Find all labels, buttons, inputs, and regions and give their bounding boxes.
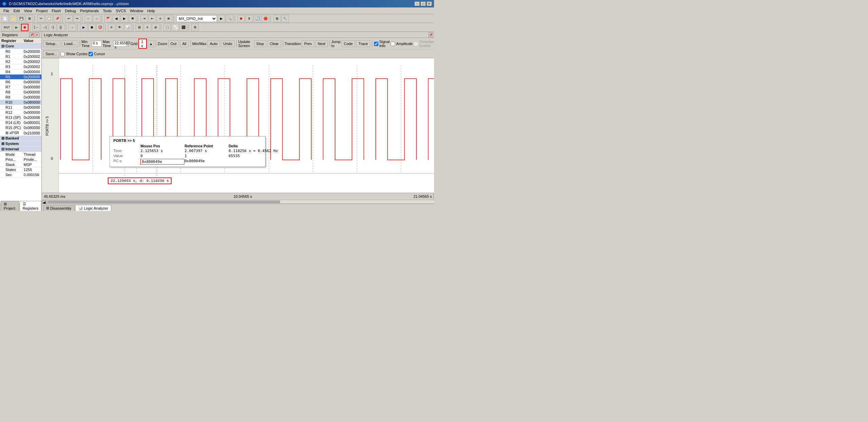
mux-button[interactable]: ⊛ [152, 24, 159, 31]
scroll-right-button[interactable]: ▶ [433, 194, 434, 199]
tab-logic-analyzer[interactable]: 📊 Logic Analyzer [75, 205, 112, 211]
update-stop-button[interactable]: Stop [254, 40, 267, 47]
trace-button[interactable]: ⏺ [88, 24, 96, 31]
menu-project[interactable]: Project [34, 8, 50, 14]
nav-back-button[interactable]: ← [85, 15, 92, 22]
view-button[interactable]: ⊞ [273, 15, 281, 22]
cursor-check[interactable]: Cursor [88, 52, 105, 56]
logic-view-button[interactable]: ⊞ [136, 24, 143, 31]
run-button[interactable]: ⏺ [237, 15, 245, 22]
zoom-all-button[interactable]: All [180, 40, 189, 47]
scroll-left-arrow[interactable]: ◀ [42, 200, 46, 204]
load-button[interactable]: Load... [62, 40, 78, 47]
cut-button[interactable]: ✂ [37, 15, 45, 22]
tab-registers[interactable]: ☰ Registers [20, 201, 41, 211]
setup-button[interactable]: Setup... [43, 40, 61, 47]
minmax-undo-button[interactable]: Undo [221, 40, 235, 47]
save-button[interactable]: Save... [43, 50, 59, 57]
settings-button[interactable]: 🔧 [281, 15, 289, 22]
unindent-button[interactable]: ⇤ [149, 15, 156, 22]
perf-button[interactable]: 📊 [124, 24, 132, 31]
stop-button[interactable]: ⏸ [245, 15, 253, 22]
prev-bookmark-button[interactable]: ◀ [113, 15, 120, 22]
undo-button[interactable]: ↩ [65, 15, 73, 22]
bookmark-button[interactable]: 🚩 [104, 15, 112, 22]
minimize-button[interactable]: − [414, 1, 420, 6]
run-dbg-button[interactable]: ▶ [80, 24, 87, 31]
function-dropdown[interactable]: MX_GPIO_Init [176, 15, 217, 22]
copy-button[interactable]: 📋 [45, 15, 53, 22]
gpio-button[interactable]: ⬚ [163, 24, 171, 31]
next-bookmark-button[interactable]: ▶ [121, 15, 128, 22]
la-pin-button[interactable]: 📌 [429, 33, 433, 37]
save-all-button[interactable]: ⊞ [26, 15, 33, 22]
menu-peripherals[interactable]: Peripherals [78, 8, 101, 14]
tab-project[interactable]: ⊞ Project [1, 201, 19, 211]
menu-view[interactable]: View [22, 8, 34, 14]
debug-stop-button[interactable]: ⏹ [21, 24, 28, 31]
debug-play-button[interactable]: ▶ [13, 24, 20, 31]
grid-up-button[interactable]: ▲ [148, 40, 154, 47]
reg-group-core[interactable]: ⊟ Core [0, 44, 41, 49]
signal-info-check[interactable]: Signal Info [374, 40, 390, 48]
paste-button[interactable]: 📌 [54, 15, 61, 22]
kill-button[interactable]: 🔴 [262, 15, 269, 22]
amplitude-check[interactable]: Amplitude [391, 42, 413, 46]
record-button[interactable]: 🎯 [96, 24, 104, 31]
serial-button[interactable]: ≡ [144, 24, 151, 31]
scroll-track[interactable] [47, 200, 434, 204]
close-button[interactable]: ✕ [427, 1, 432, 6]
update-clear-button[interactable]: Clear [268, 40, 281, 47]
grid-value[interactable]: 1 s [138, 39, 147, 49]
reg-group-banked[interactable]: ⊞ Banked [0, 136, 41, 141]
waveform-scrollbar[interactable]: ◀ ▶ [42, 199, 434, 204]
step-over-button[interactable]: →} [41, 24, 48, 31]
reset-button[interactable]: 🔄 [254, 15, 261, 22]
io-button[interactable]: ⬛ [180, 24, 187, 31]
menu-help[interactable]: Help [145, 8, 157, 14]
menu-edit[interactable]: Edit [12, 8, 22, 14]
clear-bookmarks-button[interactable]: ✖ [129, 15, 136, 22]
config-button[interactable]: ⚙ [191, 24, 199, 31]
menu-debug[interactable]: Debug [63, 8, 78, 14]
new-file-button[interactable]: 📄 [1, 15, 9, 22]
timestamps-check[interactable]: Timestamps Enable [414, 40, 434, 48]
maximize-button[interactable]: □ [420, 1, 426, 6]
reg-group-system[interactable]: ⊞ System [0, 141, 41, 147]
search-button[interactable]: 🔍 [226, 15, 233, 22]
code-button[interactable]: Code [341, 40, 355, 47]
show-cycles-check[interactable]: Show Cycles [60, 52, 87, 56]
scope-button[interactable]: 📈 [172, 24, 179, 31]
menu-svcs[interactable]: SVCS [114, 8, 128, 14]
save-button[interactable]: 💾 [18, 15, 25, 22]
registers-close-button[interactable]: ✕ [35, 33, 39, 37]
rst-button[interactable]: RST [1, 24, 12, 31]
tab-disassembly[interactable]: ⊞ Disassembly [43, 205, 74, 211]
zoom-out-button[interactable]: Out [168, 40, 179, 47]
scroll-thumb[interactable] [47, 201, 280, 203]
watch-button[interactable]: 👁 [116, 24, 123, 31]
cmd-mode-button[interactable]: → [68, 24, 76, 31]
registers-pin-button[interactable]: 📌 [29, 33, 34, 37]
menu-file[interactable]: File [1, 8, 12, 14]
next-button[interactable]: Next [315, 40, 328, 47]
prev-button[interactable]: Prev [302, 40, 314, 47]
step-in-button[interactable]: {→ [33, 24, 40, 31]
run-to-button[interactable]: {} [57, 24, 64, 31]
mem-view-button[interactable]: ≡ [108, 24, 115, 31]
trace-button[interactable]: Trace [356, 40, 370, 47]
minmax-auto-button[interactable]: Auto [208, 40, 220, 47]
open-button[interactable]: 📁 [9, 15, 17, 22]
reg-group-internal[interactable]: ⊟ Internal [0, 147, 41, 152]
uncomment-button[interactable]: ≢ [165, 15, 172, 22]
comment-button[interactable]: ≡ [157, 15, 164, 22]
menu-tools[interactable]: Tools [101, 8, 114, 14]
nav-fwd-button[interactable]: → [93, 15, 100, 22]
menu-flash[interactable]: Flash [50, 8, 63, 14]
dropdown-go-button[interactable]: ▶ [218, 15, 225, 22]
waveform-area[interactable]: 1 0 PORTB >> 5 [42, 58, 434, 193]
step-out-button[interactable]: ↑} [49, 24, 56, 31]
indent-button[interactable]: ⇥ [140, 15, 148, 22]
redo-button[interactable]: ↪ [73, 15, 81, 22]
menu-window[interactable]: Window [128, 8, 145, 14]
